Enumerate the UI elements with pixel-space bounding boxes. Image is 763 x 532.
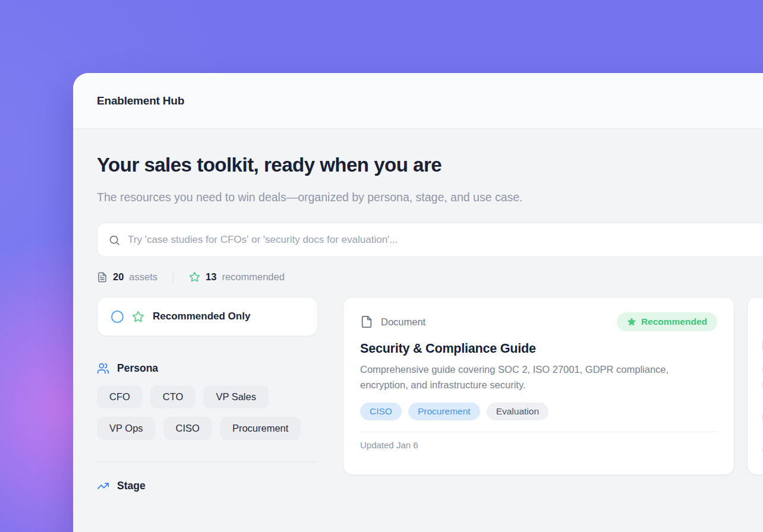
content-row: Recommended Only Persona CFOCTOVP SalesV… [97,297,763,492]
assets-count: 20 [113,271,124,283]
persona-chip[interactable]: VP Sales [203,385,269,408]
asset-description: Comprehensive guide covering SOC 2, ISO … [360,362,705,392]
users-icon [97,362,109,375]
asset-type: Document [360,315,425,328]
recommended-badge-label: Recommended [641,316,707,327]
stats-row: 20 assets 13 recommended [97,271,763,283]
stats-divider [173,272,174,283]
persona-chip[interactable]: CISO [163,417,212,440]
persona-chip[interactable]: VP Ops [97,417,156,440]
asset-tag: Procurement [408,403,480,420]
search-icon [108,234,121,246]
app-title: Enablement Hub [97,94,184,107]
asset-card-top-row: Document Recommended [360,312,717,331]
app-body: Your sales toolkit, ready when you are T… [73,129,763,492]
assets-label: assets [129,271,157,283]
desktop-background: Enablement Hub Your sales toolkit, ready… [0,0,763,532]
app-header: Enablement Hub [73,73,763,129]
persona-chip[interactable]: CFO [97,385,143,408]
document-icon [360,315,373,328]
filters-sidebar: Recommended Only Persona CFOCTOVP SalesV… [97,297,318,492]
asset-tags: CISOProcurementEvaluation [360,403,717,420]
asset-tag: CISO [360,403,402,420]
page-subtitle: The resources you need to win deals—orga… [97,186,537,208]
file-text-icon [97,272,108,283]
sidebar-divider [97,461,318,462]
persona-section-label: Persona [117,362,158,375]
recommended-badge: Recommended [617,312,717,331]
persona-chip[interactable]: CTO [150,385,196,408]
recommended-only-label: Recommended Only [153,311,250,322]
enablement-hub-window: Enablement Hub Your sales toolkit, ready… [73,73,763,532]
star-icon [189,271,200,283]
toggle-circle-icon [111,311,124,323]
asset-card-security-compliance[interactable]: Document Recommended Security & Complian… [343,297,734,475]
stage-section-label: Stage [117,480,146,492]
asset-tag: Evaluation [487,403,548,420]
asset-card-divider [360,432,717,432]
search-input[interactable] [128,234,763,246]
search-bar[interactable] [97,223,763,257]
trending-up-icon [97,480,109,492]
recommended-count: 13 [206,271,216,283]
asset-type-label: Document [381,316,425,328]
asset-title: Security & Compliance Guide [360,341,717,356]
recommended-only-toggle[interactable]: Recommended Only [97,297,318,336]
star-icon [132,311,144,323]
persona-chip[interactable]: Procurement [220,417,301,440]
stage-section-header: Stage [97,480,318,492]
asset-card-partial[interactable] [747,297,763,475]
page-title: Your sales toolkit, ready when you are [97,154,763,176]
persona-chips: CFOCTOVP SalesVP OpsCISOProcurement [97,385,318,440]
recommended-label: recommended [222,271,284,283]
assets-stat: 20 assets [97,271,157,283]
asset-updated: Updated Jan 6 [360,440,717,450]
recommended-stat: 13 recommended [189,271,285,283]
star-icon [627,317,636,327]
persona-section-header: Persona [97,362,318,375]
